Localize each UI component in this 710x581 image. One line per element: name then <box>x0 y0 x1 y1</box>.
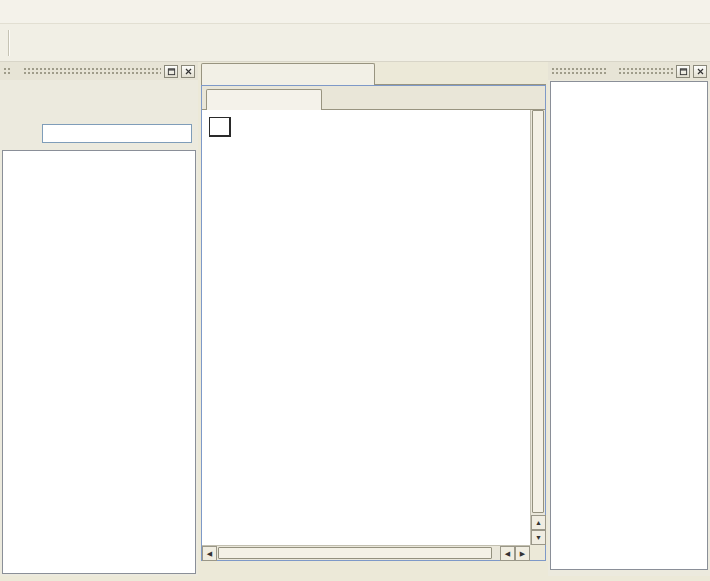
dock-grip <box>618 67 673 75</box>
undo-panel-dock <box>548 62 710 576</box>
hscroll-track[interactable] <box>217 546 500 560</box>
elements-panel-dock <box>0 62 198 576</box>
diagram-frame <box>209 117 231 137</box>
scroll-right-button[interactable]: ▶ <box>515 546 530 561</box>
dock-grip <box>23 67 161 75</box>
project-tab[interactable] <box>201 63 375 85</box>
column-ruler <box>210 118 230 136</box>
undo-history-list[interactable] <box>550 81 708 570</box>
elements-tree <box>2 150 196 574</box>
scroll-down-button[interactable]: ▼ <box>531 530 546 545</box>
project-subwindow: ▲ ▼ ◀ ◀ ▶ <box>201 85 546 561</box>
horizontal-scrollbar[interactable]: ◀ ◀ ▶ <box>202 545 530 560</box>
dock-grip <box>551 67 606 75</box>
vertical-scrollbar[interactable]: ▲ ▼ <box>530 110 545 545</box>
scroll-up-button[interactable]: ▲ <box>531 515 546 530</box>
diagram-view: ▲ ▼ ◀ ◀ ▶ <box>202 110 545 560</box>
menu-bar <box>0 0 710 24</box>
dock-float-button[interactable] <box>676 65 690 78</box>
scroll-left-button-2[interactable]: ◀ <box>500 546 515 561</box>
dock-close-button[interactable] <box>181 65 195 78</box>
scroll-left-button[interactable]: ◀ <box>202 546 217 561</box>
main-area: ▲ ▼ ◀ ◀ ▶ <box>0 62 710 576</box>
workspace-area: ▲ ▼ ◀ ◀ ▶ <box>200 62 548 576</box>
toolbar-separator <box>8 30 10 56</box>
dock-grip <box>3 67 11 75</box>
clear-filter-button[interactable] <box>6 124 32 142</box>
filter-row <box>0 120 198 150</box>
filter-input[interactable] <box>42 124 192 143</box>
mdi-background <box>201 561 546 576</box>
dock-close-button[interactable] <box>693 65 707 78</box>
scrollbar-corner <box>530 545 545 560</box>
undo-panel-titlebar[interactable] <box>548 62 710 80</box>
project-tabbar <box>201 62 546 85</box>
schema-tabbar <box>202 86 545 110</box>
main-toolbar <box>0 24 710 62</box>
vscroll-thumb[interactable] <box>532 110 544 513</box>
hscroll-thumb[interactable] <box>218 547 492 559</box>
qelectrotech-window: ▲ ▼ ◀ ◀ ▶ <box>0 0 710 581</box>
diagram-canvas[interactable] <box>202 110 530 545</box>
elements-panel-titlebar[interactable] <box>0 62 198 80</box>
ruler-corner <box>210 118 230 135</box>
vscroll-track[interactable] <box>531 110 545 515</box>
dock-float-button[interactable] <box>164 65 178 78</box>
schema-tab[interactable] <box>206 89 322 110</box>
status-bar <box>0 576 710 581</box>
elements-panel-toolbar <box>0 80 198 120</box>
